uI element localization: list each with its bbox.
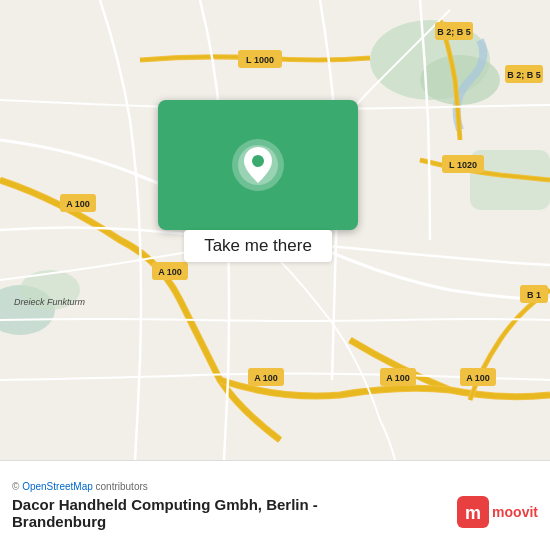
- location-pin-icon: [230, 137, 286, 193]
- moovit-icon: m: [457, 496, 489, 528]
- take-me-there-label: Take me there: [184, 230, 332, 262]
- svg-point-29: [252, 155, 264, 167]
- svg-text:A 100: A 100: [158, 267, 182, 277]
- svg-text:A 100: A 100: [466, 373, 490, 383]
- map-container: A 100 A 100 A 100 A 100 A 100 L 1000 B 2…: [0, 0, 550, 550]
- svg-text:A 100: A 100: [254, 373, 278, 383]
- svg-text:L 1000: L 1000: [246, 55, 274, 65]
- svg-text:A 100: A 100: [66, 199, 90, 209]
- svg-text:B 2; B 5: B 2; B 5: [507, 70, 541, 80]
- take-me-there-button[interactable]: [158, 100, 358, 230]
- svg-text:B 2; B 5: B 2; B 5: [437, 27, 471, 37]
- svg-text:m: m: [465, 503, 481, 523]
- svg-text:L 1020: L 1020: [449, 160, 477, 170]
- moovit-logo: m moovit: [457, 496, 538, 528]
- svg-text:A 100: A 100: [386, 373, 410, 383]
- moovit-brand-text: moovit: [492, 504, 538, 520]
- osm-link[interactable]: OpenStreetMap: [22, 481, 93, 492]
- overlay-card: Take me there: [148, 100, 368, 262]
- svg-text:Dreieck Funkturm: Dreieck Funkturm: [14, 297, 86, 307]
- bottom-bar: © OpenStreetMap contributors Dacor Handh…: [0, 460, 550, 550]
- osm-attribution: © OpenStreetMap contributors: [12, 481, 538, 492]
- svg-text:B 1: B 1: [527, 290, 541, 300]
